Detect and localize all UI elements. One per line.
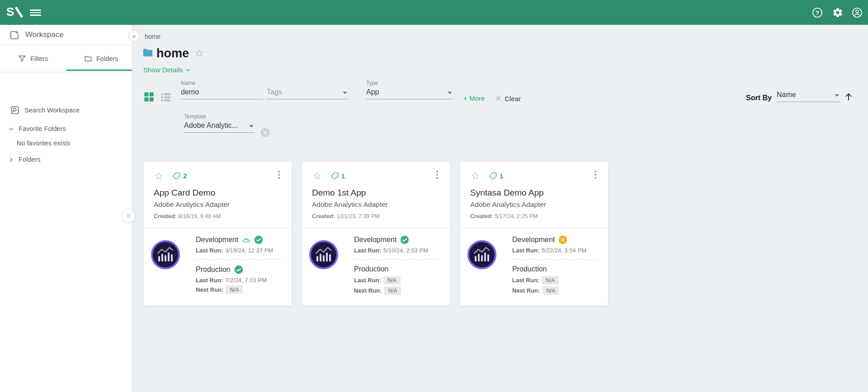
page-title: home (156, 47, 189, 61)
cloud-icon (242, 236, 250, 243)
help-icon[interactable]: ? (812, 7, 823, 18)
app-card[interactable]: 1 Syntasa Demo App Adobe Analytics Adapt… (460, 162, 608, 306)
tag-count-badge[interactable]: 1 (489, 172, 503, 180)
settings-gear-icon[interactable] (832, 7, 843, 18)
app-avatar-chart-icon (467, 240, 497, 270)
card-subtitle: Adobe Analytics Adapter (470, 201, 546, 209)
tags-filter-input[interactable] (267, 88, 348, 96)
card-star-icon[interactable] (155, 172, 163, 180)
filter-funnel-icon (18, 55, 26, 63)
workspace-title: Workspace (25, 30, 64, 39)
app-card[interactable]: 1 Demo 1st App Adobe Analytics Adapter C… (302, 162, 450, 306)
search-icon (10, 105, 20, 115)
prod-last-run: Last Run: 7/2/24, 7:03 PM (196, 277, 283, 284)
card-created: Created: 12/1/23, 7:39 PM (312, 213, 379, 219)
brand-logo-text: S (6, 5, 14, 19)
grid-view-icon[interactable] (143, 91, 155, 103)
tags-filter-field (267, 88, 348, 99)
app-avatar-chart-icon (309, 240, 339, 270)
prod-next-run: Next Run: N/A (512, 286, 599, 295)
card-title: Syntasa Demo App (470, 188, 544, 198)
folders-label: Folders (19, 156, 40, 163)
na-badge: N/A (226, 285, 243, 294)
collapse-breadcrumb-button[interactable]: « (128, 30, 140, 42)
dev-last-run: Last Run: 3/19/24, 12:37 PM (196, 247, 283, 254)
name-filter-input[interactable] (181, 88, 264, 96)
type-filter-select[interactable]: App (366, 88, 453, 99)
clear-filters-button[interactable]: ✕ Clear (495, 94, 521, 103)
card-star-icon[interactable] (313, 172, 321, 180)
env-divider (354, 259, 439, 260)
dropdown-caret-icon (249, 125, 254, 127)
app-avatar-chart-icon (151, 240, 180, 270)
folders-group[interactable]: Folders (8, 156, 40, 163)
template-clear-icon[interactable]: ✕ (260, 128, 270, 137)
chevron-down-icon (185, 67, 191, 73)
template-filter-label: Template (184, 113, 255, 120)
svg-text:?: ? (816, 9, 819, 16)
sidebar-resize-handle[interactable] (122, 210, 135, 222)
env-development-label: Development (354, 236, 396, 244)
sort-select[interactable]: Name (777, 91, 840, 102)
tag-count-badge[interactable]: 2 (172, 172, 187, 180)
workspace-header: Workspace (0, 25, 132, 45)
success-check-icon (234, 265, 243, 274)
more-filters-button[interactable]: + More (463, 94, 485, 102)
workspace-icon[interactable] (9, 30, 20, 41)
card-menu-icon[interactable] (436, 171, 438, 180)
folder-teal-icon (143, 48, 153, 57)
tab-filters[interactable]: Filters (18, 45, 48, 72)
search-workspace[interactable]: Search Workspace (10, 105, 80, 115)
tab-folders[interactable]: Folders (84, 45, 118, 72)
env-production-label: Production (196, 266, 231, 274)
app-card[interactable]: 2 App Card Demo Adobe Analytics Adapter … (144, 162, 292, 306)
template-filter-select[interactable]: Adobe Analytic... (184, 121, 255, 133)
tab-filters-label: Filters (30, 55, 48, 62)
breadcrumb[interactable]: home (145, 33, 160, 40)
na-badge: N/A (383, 276, 401, 285)
prod-last-run: Last Run: N/A (354, 276, 441, 285)
no-favorites-message: No favorites exists (17, 140, 70, 147)
search-workspace-label: Search Workspace (24, 107, 80, 114)
na-badge: N/A (542, 276, 559, 285)
env-divider (512, 259, 597, 260)
dropdown-caret-icon (835, 94, 839, 97)
card-title: App Card Demo (154, 188, 215, 198)
env-production-label: Production (354, 265, 389, 273)
card-star-icon[interactable] (471, 172, 480, 180)
dev-last-run: Last Run: 5/10/24, 2:53 PM (354, 247, 441, 254)
prod-last-run: Last Run: N/A (512, 276, 599, 285)
clear-x-icon: ✕ (495, 94, 501, 103)
sort-direction-icon[interactable] (844, 92, 854, 102)
list-view-icon[interactable] (160, 91, 172, 103)
brand-logo[interactable]: S (6, 5, 23, 19)
card-created: Created: 5/17/24, 2:25 PM (470, 213, 538, 219)
env-development-label: Development (196, 236, 238, 244)
show-details-toggle[interactable]: Show Details (143, 66, 191, 74)
sidebar: Workspace Filters Folders Search Workspa… (0, 25, 132, 392)
top-bar: S ? (0, 0, 868, 25)
na-badge: N/A (542, 286, 559, 295)
card-menu-icon[interactable] (594, 171, 596, 180)
type-filter-field: Type App (366, 80, 453, 99)
chevron-right-icon (8, 157, 14, 163)
tag-count-badge[interactable]: 1 (330, 172, 345, 180)
favorite-star-icon[interactable] (195, 49, 204, 58)
active-tab-indicator (66, 70, 132, 71)
menu-icon[interactable] (30, 9, 41, 16)
dropdown-caret-icon[interactable] (343, 92, 347, 94)
card-menu-icon[interactable] (278, 171, 280, 180)
account-icon[interactable] (852, 7, 863, 18)
dev-last-run: Last Run: 5/22/24, 3:04 PM (512, 247, 599, 254)
card-title: Demo 1st App (312, 188, 366, 198)
sort-field: Name (777, 91, 840, 102)
success-check-icon (400, 235, 409, 244)
success-check-icon (254, 235, 263, 244)
card-subtitle: Adobe Analytics Adapter (312, 201, 388, 209)
favorite-folders-group[interactable]: Favorite Folders (8, 125, 66, 132)
card-subtitle: Adobe Analytics Adapter (154, 201, 230, 209)
name-filter-label: Name (181, 80, 264, 86)
paused-icon (558, 235, 567, 244)
env-divider (196, 259, 281, 260)
prod-next-run: Next Run: N/A (196, 285, 283, 294)
